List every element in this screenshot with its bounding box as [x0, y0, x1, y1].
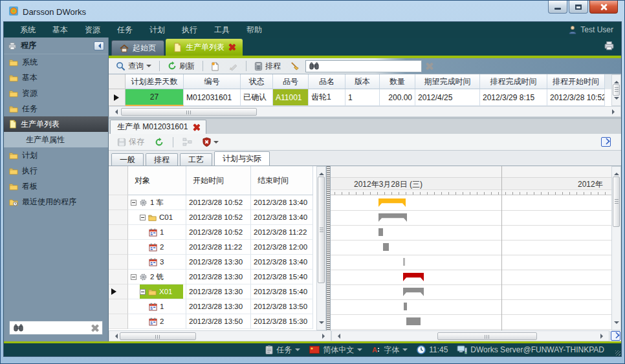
- subtab-排程[interactable]: 排程: [146, 153, 178, 166]
- schedule-button[interactable]: 排程: [251, 59, 284, 73]
- tree-expander-icon[interactable]: [140, 289, 146, 295]
- validate-button[interactable]: [199, 136, 222, 148]
- gantt-bar[interactable]: [378, 228, 383, 236]
- menu-item[interactable]: 系统: [12, 23, 44, 37]
- column-header-计划差异天数[interactable]: 计划差异天数: [126, 74, 184, 89]
- tree-row-3[interactable]: 32012/3/28 13:302012/3/28 13:40: [109, 255, 316, 270]
- menu-item[interactable]: 执行: [173, 23, 206, 37]
- gantt-bar[interactable]: [406, 317, 421, 325]
- gantt-bar[interactable]: [378, 213, 407, 222]
- column-header-版本[interactable]: 版本: [345, 74, 380, 89]
- tree-node[interactable]: 1: [149, 299, 183, 314]
- tree-row-C01[interactable]: C012012/3/28 10:522012/3/28 13:40: [109, 210, 316, 225]
- gantt-bar[interactable]: [403, 258, 405, 266]
- column-header-状态[interactable]: 状态: [241, 74, 273, 89]
- sidebar-item-资源[interactable]: 资源: [4, 85, 108, 101]
- column-header-品名[interactable]: 品名: [309, 74, 345, 89]
- toolbar-search-clear-icon[interactable]: [426, 63, 433, 70]
- column-header-期望完成时间[interactable]: 期望完成时间: [415, 74, 480, 89]
- toolbar-search-input[interactable]: [322, 61, 418, 70]
- gantt-vscrollbar[interactable]: [611, 166, 621, 330]
- gantt-popout-icon[interactable]: [611, 331, 620, 341]
- detail-doc-tab[interactable]: 生产单 M012031601: [110, 120, 206, 134]
- tab-order-list[interactable]: 生产单列表: [166, 39, 243, 56]
- sidebar-item-任务[interactable]: 任务: [4, 101, 108, 116]
- tree-node[interactable]: 2: [149, 314, 183, 328]
- tree-row-2[interactable]: 22012/3/28 11:222012/3/28 12:00: [109, 240, 316, 255]
- tree-expander-icon[interactable]: [140, 215, 146, 220]
- menu-item[interactable]: 工具: [206, 23, 238, 37]
- subtab-计划与实际[interactable]: 计划与实际: [214, 151, 270, 166]
- tree-row-2[interactable]: 22012/3/28 13:502012/3/28 15:30: [109, 314, 316, 329]
- flow-button[interactable]: [179, 136, 195, 147]
- sidebar-item-生产单列表[interactable]: 生产单列表: [4, 116, 108, 132]
- status-tasks-menu[interactable]: 任务: [265, 345, 300, 356]
- tree-node[interactable]: 3: [149, 255, 183, 269]
- gantt-bar[interactable]: [404, 303, 407, 310]
- clean-button[interactable]: [287, 60, 303, 72]
- close-button[interactable]: [589, 1, 618, 14]
- tree-node[interactable]: 2 铣: [131, 270, 183, 284]
- tree-node[interactable]: 1: [149, 225, 183, 239]
- column-header-品号[interactable]: 品号: [273, 74, 309, 89]
- sidebar-search-input[interactable]: [27, 323, 87, 332]
- tree-hscrollbar[interactable]: [109, 330, 331, 341]
- sidebar-item-看板[interactable]: 看板: [4, 178, 108, 194]
- gantt-bar[interactable]: [403, 288, 424, 296]
- resize-grip[interactable]: [615, 350, 620, 356]
- menu-item[interactable]: 资源: [76, 23, 109, 37]
- tree-expander-icon[interactable]: [131, 200, 137, 206]
- subtab-工艺[interactable]: 工艺: [180, 153, 212, 166]
- sidebar-item-执行[interactable]: 执行: [4, 163, 108, 178]
- column-header-排程开始时间[interactable]: 排程开始时间: [547, 74, 605, 89]
- splitter-handle[interactable]: [326, 166, 331, 330]
- sidebar-search-clear-icon[interactable]: [91, 325, 98, 332]
- sidebar-item-计划[interactable]: 计划: [4, 147, 108, 163]
- order-row[interactable]: 27M012031601已确认A11001齿轮11200.002012/4/25…: [109, 89, 611, 106]
- gantt-bar[interactable]: [378, 198, 406, 207]
- minimize-button[interactable]: [548, 1, 567, 14]
- detail-refresh-button[interactable]: [151, 136, 167, 148]
- sidebar-collapse-button[interactable]: [94, 41, 104, 50]
- tree-node[interactable]: X01: [140, 284, 183, 299]
- orders-hscrollbar[interactable]: [109, 106, 621, 117]
- column-header-排程完成时间[interactable]: 排程完成时间: [480, 74, 547, 89]
- sidebar-item-生产单属性[interactable]: 生产单属性: [4, 132, 108, 147]
- gantt-bar[interactable]: [383, 243, 389, 251]
- tree-node[interactable]: C01: [140, 210, 183, 224]
- tree-row-1[interactable]: 12012/3/28 13:302012/3/28 13:50: [109, 299, 316, 314]
- sidebar-item-最近使用的程序[interactable]: 最近使用的程序: [4, 194, 108, 209]
- menu-item[interactable]: 帮助: [238, 23, 270, 37]
- gantt-hscrollbar[interactable]: [331, 330, 609, 341]
- tree-expander-icon[interactable]: [131, 274, 137, 280]
- current-user[interactable]: Test User: [568, 25, 613, 34]
- tree-column-header-开始时间[interactable]: 开始时间: [186, 166, 251, 195]
- gantt-bar[interactable]: [403, 273, 424, 281]
- new-button[interactable]: [208, 60, 223, 72]
- tree-row-X01[interactable]: X012012/3/28 13:302012/3/28 15:40: [109, 284, 316, 299]
- printer-icon[interactable]: [604, 41, 615, 50]
- status-font-menu[interactable]: 字体: [371, 345, 408, 356]
- save-button[interactable]: 保存: [114, 135, 148, 149]
- edit-button[interactable]: [225, 60, 241, 72]
- tree-node[interactable]: 1 车: [131, 195, 183, 209]
- tree-column-header-结束时间[interactable]: 结束时间: [251, 166, 313, 195]
- menu-item[interactable]: 任务: [109, 23, 141, 37]
- tree-row-1 车[interactable]: 1 车2012/3/28 10:522012/3/28 13:40: [109, 195, 316, 210]
- tab-start-page[interactable]: 起始页: [111, 40, 164, 56]
- menu-item[interactable]: 基本: [44, 23, 76, 37]
- tree-row-2 铣[interactable]: 2 铣2012/3/28 13:302012/3/28 15:40: [109, 270, 316, 284]
- popout-icon[interactable]: [601, 137, 611, 147]
- menu-item[interactable]: 计划: [141, 23, 173, 37]
- status-language-menu[interactable]: 简体中文: [309, 345, 362, 356]
- tree-row-1[interactable]: 12012/3/28 10:522012/3/28 11:22: [109, 225, 316, 240]
- tree-vscrollbar[interactable]: [316, 166, 326, 330]
- detail-doc-tab-close-icon[interactable]: [193, 124, 199, 131]
- tab-close-icon[interactable]: [228, 44, 235, 50]
- tree-column-header-对象[interactable]: 对象: [128, 166, 186, 195]
- sidebar-item-基本[interactable]: 基本: [4, 70, 108, 85]
- column-header-数量[interactable]: 数量: [380, 74, 415, 89]
- maximize-button[interactable]: [569, 1, 588, 14]
- sidebar-item-系统[interactable]: 系统: [4, 54, 108, 70]
- subtab-一般[interactable]: 一般: [111, 153, 144, 166]
